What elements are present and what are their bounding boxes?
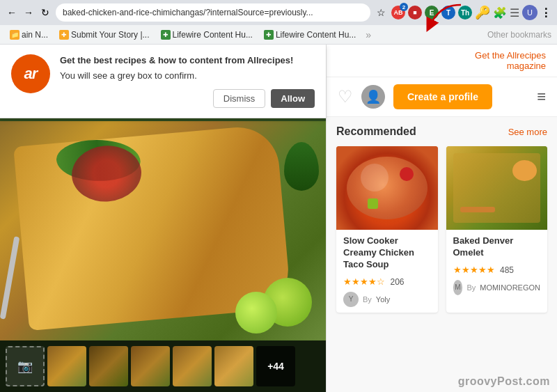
see-more-link[interactable]: See more bbox=[508, 127, 547, 137]
recipe-card-2-body: Baked Denver Omelet ★★★★★ 485 M By MOMIN… bbox=[446, 230, 548, 301]
bookmark-lifewire1-icon: ✚ bbox=[161, 30, 171, 40]
main-food-image bbox=[0, 121, 326, 340]
recipe-card-1-rating: ★★★★☆ 206 bbox=[343, 275, 431, 288]
bookmarks-more[interactable]: » bbox=[366, 29, 371, 40]
bookmarks-bar: 📁 ain N... ✚ Submit Your Story |... ✚ Li… bbox=[0, 25, 557, 45]
add-photo-button[interactable]: 📷 bbox=[6, 346, 45, 386]
notification-actions: Dismiss Allow bbox=[60, 89, 315, 108]
ext-blue-icon[interactable]: T bbox=[441, 6, 455, 19]
food-image-bg bbox=[0, 121, 326, 340]
notification-title: Get the best recipes & how to content fr… bbox=[60, 54, 315, 67]
avocado-decoration bbox=[284, 142, 319, 191]
create-profile-button[interactable]: Create a profile bbox=[393, 84, 492, 109]
magazine-link[interactable]: Get the Allrecipes magazine bbox=[446, 50, 547, 71]
fork-decoration bbox=[0, 236, 19, 320]
ext-abc-icon[interactable]: AB 2 bbox=[391, 6, 405, 19]
allow-button[interactable]: Allow bbox=[271, 89, 315, 108]
recipe-card-1-count: 206 bbox=[390, 277, 404, 287]
bookmark-submit-icon: ✚ bbox=[59, 30, 69, 40]
ext-green-icon[interactable]: E bbox=[425, 6, 439, 19]
recipe-card-2-by: By bbox=[466, 283, 476, 292]
address-text: baked-chicken-and-rice-chimichangas/?int… bbox=[63, 8, 313, 17]
star-bookmark-icon[interactable]: ☆ bbox=[375, 6, 387, 19]
right-header: Get the Allrecipes magazine bbox=[327, 45, 557, 77]
ext-key-icon[interactable]: 🔑 bbox=[475, 5, 490, 20]
recipe-card-1-stars: ★★★★☆ bbox=[343, 276, 385, 287]
logo-text: ar bbox=[24, 65, 38, 83]
extensions-area: AB 2 ■ E T Th 🔑 🧩 ☰ U ⋮ bbox=[391, 5, 551, 20]
back-button[interactable]: ← bbox=[6, 6, 18, 19]
recipe-card-2-count: 485 bbox=[500, 265, 514, 275]
recipe-card-2-image bbox=[446, 146, 548, 230]
thumbnail-1[interactable] bbox=[47, 346, 86, 386]
bookmark-lifewire1[interactable]: ✚ Lifewire Content Hu... bbox=[157, 29, 257, 41]
left-panel: ar Get the best recipes & how to content… bbox=[0, 45, 326, 392]
recipe-card-2[interactable]: Baked Denver Omelet ★★★★★ 485 M By MOMIN… bbox=[446, 146, 548, 313]
recipe-card-1[interactable]: Slow Cooker Creamy Chicken Taco Soup ★★★… bbox=[336, 146, 438, 313]
ext-red2-icon[interactable]: ■ bbox=[408, 6, 422, 19]
recipe-cards-grid: Slow Cooker Creamy Chicken Taco Soup ★★★… bbox=[336, 146, 547, 313]
right-panel: Get the Allrecipes magazine ♡ 👤 Create a… bbox=[326, 45, 557, 392]
recipe-card-1-author-row: Y By Yoly bbox=[343, 292, 431, 307]
more-thumbnails-button[interactable]: +44 bbox=[256, 346, 295, 386]
address-bar[interactable]: baked-chicken-and-rice-chimichangas/?int… bbox=[56, 3, 370, 22]
bookmark-main[interactable]: 📁 ain N... bbox=[6, 29, 52, 41]
allrecipes-logo: ar bbox=[11, 54, 50, 93]
reload-button[interactable]: ↻ bbox=[39, 6, 52, 19]
recipe-card-1-avatar: Y bbox=[343, 292, 359, 307]
more-options-icon[interactable]: ⋮ bbox=[540, 6, 551, 19]
lime2-decoration bbox=[235, 292, 277, 334]
ext-lines-icon[interactable]: ☰ bbox=[510, 6, 519, 19]
person-icon: 👤 bbox=[366, 89, 381, 104]
favorite-heart-icon[interactable]: ♡ bbox=[338, 87, 353, 107]
other-bookmarks[interactable]: Other bookmarks bbox=[487, 30, 551, 40]
forward-button[interactable]: → bbox=[22, 6, 35, 19]
thumbnail-4[interactable] bbox=[173, 346, 212, 386]
action-row: ♡ 👤 Create a profile ≡ bbox=[327, 77, 557, 117]
recipe-card-2-author-row: M By MOMINOREGON bbox=[453, 280, 541, 295]
thumbnail-2[interactable] bbox=[89, 346, 128, 386]
recommended-header: Recommended See more bbox=[336, 125, 547, 138]
ext-puzzle-icon[interactable]: 🧩 bbox=[493, 6, 507, 19]
thumbnail-5[interactable] bbox=[214, 346, 253, 386]
bookmark-submit[interactable]: ✚ Submit Your Story |... bbox=[55, 29, 154, 41]
recipe-card-1-title: Slow Cooker Creamy Chicken Taco Soup bbox=[343, 235, 431, 271]
bookmark-lifewire1-label: Lifewire Content Hu... bbox=[173, 30, 253, 40]
ext-teal-icon[interactable]: Th bbox=[458, 6, 472, 19]
recipe-card-2-title: Baked Denver Omelet bbox=[453, 235, 541, 259]
user-profile-icon[interactable]: 👤 bbox=[361, 85, 385, 109]
bookmark-lifewire2[interactable]: ✚ Lifewire Content Hu... bbox=[260, 29, 360, 41]
site-watermark: groovyPost.com bbox=[458, 375, 550, 388]
hamburger-menu-icon[interactable]: ≡ bbox=[537, 88, 546, 106]
recipe-card-2-stars: ★★★★★ bbox=[453, 265, 495, 275]
dismiss-button[interactable]: Dismiss bbox=[213, 89, 266, 108]
recipe-card-1-body: Slow Cooker Creamy Chicken Taco Soup ★★★… bbox=[336, 230, 438, 313]
notification-subtitle: You will see a grey box to confirm. bbox=[60, 70, 315, 82]
recipe-card-1-author-name: Yoly bbox=[376, 295, 390, 304]
thumbnail-strip: 📷 +44 bbox=[0, 340, 326, 392]
recipe-card-2-author-name: MOMINOREGON bbox=[480, 283, 540, 292]
bookmark-submit-label: Submit Your Story |... bbox=[71, 30, 150, 40]
notification-popup: ar Get the best recipes & how to content… bbox=[0, 45, 326, 118]
thumbnail-3[interactable] bbox=[131, 346, 170, 386]
address-bar-row: ← → ↻ baked-chicken-and-rice-chimichanga… bbox=[0, 0, 557, 25]
profile-avatar[interactable]: U bbox=[522, 5, 538, 20]
notification-content: Get the best recipes & how to content fr… bbox=[60, 54, 315, 108]
recommended-title: Recommended bbox=[336, 125, 416, 138]
recipe-card-2-avatar: M bbox=[453, 280, 463, 295]
bookmark-lifewire2-icon: ✚ bbox=[264, 30, 274, 40]
camera-icon: 📷 bbox=[17, 359, 33, 374]
bookmark-main-label: ain N... bbox=[22, 30, 48, 40]
recommended-section: Recommended See more bbox=[327, 117, 557, 392]
bookmark-lifewire2-label: Lifewire Content Hu... bbox=[276, 30, 356, 40]
page-content: ar Get the best recipes & how to content… bbox=[0, 45, 557, 392]
bookmark-folder-icon: 📁 bbox=[10, 30, 19, 40]
recipe-card-2-rating: ★★★★★ 485 bbox=[453, 263, 541, 276]
recipe-card-1-image bbox=[336, 146, 438, 230]
recipe-card-1-by: By bbox=[363, 295, 372, 304]
